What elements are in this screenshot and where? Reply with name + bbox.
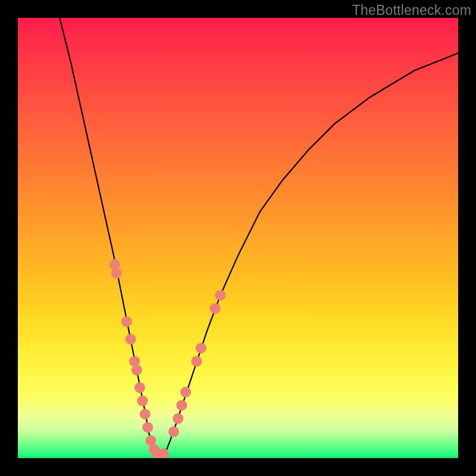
highlight-dot (210, 303, 221, 314)
highlight-dot (191, 356, 202, 367)
highlight-dot (173, 413, 183, 424)
highlight-dot (125, 334, 136, 345)
bottleneck-curve (60, 18, 458, 458)
highlight-dot (180, 387, 191, 397)
highlight-dot (176, 400, 187, 411)
highlight-dot (111, 268, 122, 278)
highlight-dot (168, 427, 179, 437)
chart-canvas: TheBottleneck.com (0, 0, 476, 476)
highlight-dot (140, 409, 151, 419)
watermark-label: TheBottleneck.com (352, 2, 471, 18)
highlight-dot (131, 365, 142, 375)
highlight-dot (142, 422, 153, 433)
chart-svg (18, 18, 458, 458)
highlight-dot (215, 290, 226, 300)
highlight-dot (196, 343, 206, 353)
plot-area (18, 18, 458, 458)
highlight-dot (134, 383, 145, 393)
highlight-dot (137, 396, 148, 406)
highlight-dot (121, 317, 132, 327)
highlight-dot (109, 259, 120, 270)
